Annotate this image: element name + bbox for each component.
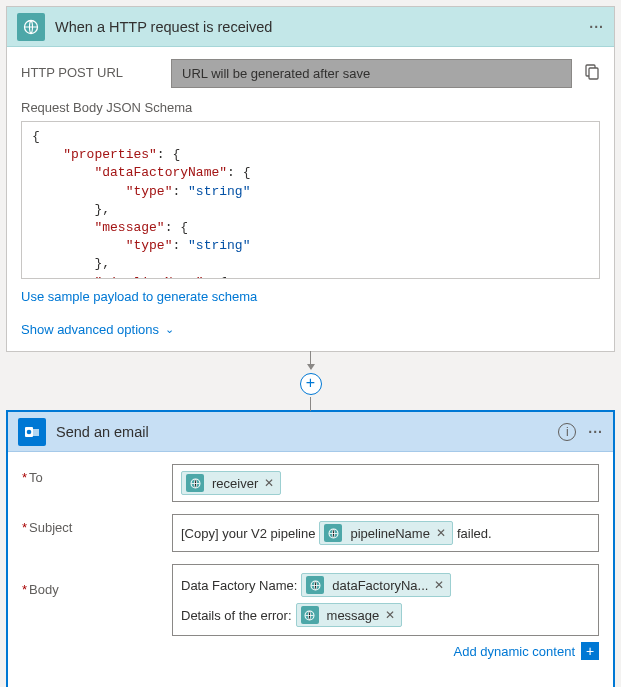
- token-http-icon: [324, 524, 342, 542]
- token-receiver[interactable]: receiver ✕: [181, 471, 281, 495]
- token-label: receiver: [212, 476, 258, 491]
- show-advanced-label: Show advanced options: [21, 322, 159, 337]
- info-icon[interactable]: i: [558, 423, 576, 441]
- add-step-button[interactable]: +: [300, 373, 322, 395]
- token-label: dataFactoryNa...: [332, 578, 428, 593]
- subject-text-suffix: failed.: [457, 526, 492, 541]
- token-pipelinename[interactable]: pipelineName ✕: [319, 521, 453, 545]
- token-remove-icon[interactable]: ✕: [434, 578, 444, 592]
- add-dynamic-content-label: Add dynamic content: [454, 644, 575, 659]
- send-email-header[interactable]: Send an email i ···: [8, 412, 613, 452]
- to-field[interactable]: receiver ✕: [172, 464, 599, 502]
- body-text: Details of the error:: [181, 608, 292, 623]
- show-advanced-link[interactable]: Show advanced options ⌄: [21, 322, 174, 337]
- url-label: HTTP POST URL: [21, 59, 171, 80]
- connector: +: [6, 351, 615, 411]
- sample-payload-link[interactable]: Use sample payload to generate schema: [21, 289, 600, 304]
- http-post-url-field: URL will be generated after save: [171, 59, 572, 88]
- step-title: Send an email: [56, 424, 558, 440]
- svg-rect-2: [589, 68, 598, 79]
- body-field[interactable]: Data Factory Name: dataFactoryNa... ✕ De…: [172, 564, 599, 636]
- chevron-down-icon: ⌄: [165, 323, 174, 336]
- token-label: message: [327, 608, 380, 623]
- json-schema-editor[interactable]: { "properties": { "dataFactoryName": { "…: [21, 121, 600, 279]
- outlook-icon: [18, 418, 46, 446]
- subject-text-prefix: [Copy] your V2 pipeline: [181, 526, 315, 541]
- copy-url-icon[interactable]: [582, 63, 600, 84]
- token-datafactoryname[interactable]: dataFactoryNa... ✕: [301, 573, 451, 597]
- token-label: pipelineName: [350, 526, 430, 541]
- more-actions-icon[interactable]: ···: [588, 425, 603, 439]
- http-icon: [17, 13, 45, 41]
- token-http-icon: [306, 576, 324, 594]
- to-label: To: [22, 464, 172, 485]
- subject-label: Subject: [22, 514, 172, 535]
- step-title: When a HTTP request is received: [55, 19, 589, 35]
- http-trigger-header[interactable]: When a HTTP request is received ···: [7, 7, 614, 47]
- body-text: Data Factory Name:: [181, 578, 297, 593]
- token-remove-icon[interactable]: ✕: [264, 476, 274, 490]
- send-email-card: Send an email i ··· To receiver ✕: [6, 410, 615, 687]
- plus-icon: +: [581, 642, 599, 660]
- more-actions-icon[interactable]: ···: [589, 20, 604, 34]
- token-remove-icon[interactable]: ✕: [385, 608, 395, 622]
- http-trigger-card: When a HTTP request is received ··· HTTP…: [6, 6, 615, 352]
- schema-label: Request Body JSON Schema: [21, 100, 600, 115]
- token-remove-icon[interactable]: ✕: [436, 526, 446, 540]
- token-http-icon: [186, 474, 204, 492]
- add-dynamic-content-link[interactable]: Add dynamic content +: [454, 642, 599, 660]
- token-message[interactable]: message ✕: [296, 603, 403, 627]
- subject-field[interactable]: [Copy] your V2 pipeline pipelineName ✕ f…: [172, 514, 599, 552]
- token-http-icon: [301, 606, 319, 624]
- svg-point-4: [27, 429, 32, 434]
- body-label: Body: [22, 564, 172, 597]
